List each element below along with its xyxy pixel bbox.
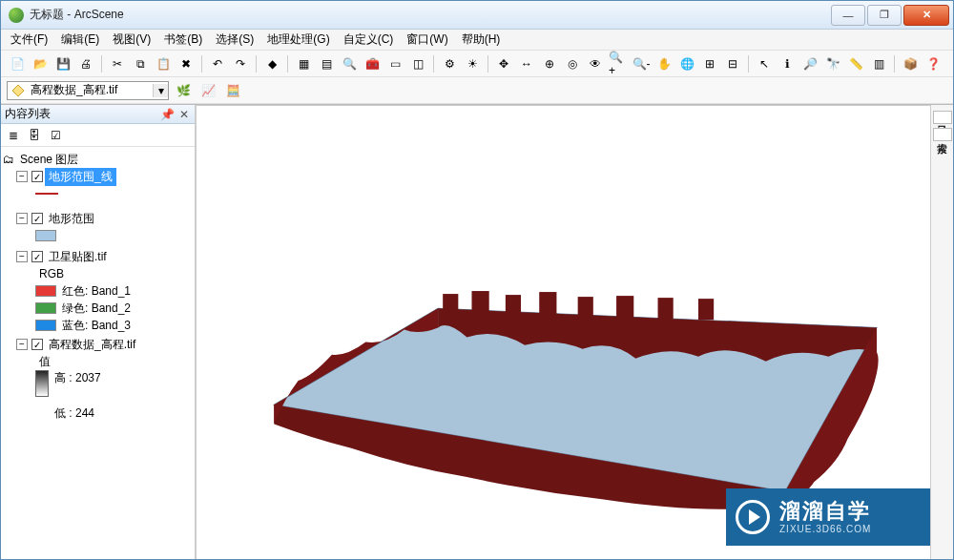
search-window-icon[interactable]: 🔍: [339, 53, 360, 74]
menu-window[interactable]: 窗口(W): [406, 31, 447, 48]
checkbox-icon[interactable]: [31, 171, 43, 182]
window-buttons-group: — ❐ ✕: [831, 5, 949, 26]
print-icon[interactable]: 🖨: [75, 53, 96, 74]
collapse-icon[interactable]: −: [16, 171, 28, 182]
toc-panel: 内容列表 📌 ✕ ≣ 🗄 ☑ 🗂 Scene 图层 − 地形范围_线: [1, 105, 196, 559]
checkbox-icon[interactable]: [31, 251, 43, 262]
collapse-icon[interactable]: −: [16, 213, 28, 224]
open-icon[interactable]: 📂: [30, 53, 51, 74]
lighting-icon[interactable]: ☀: [462, 53, 483, 74]
paste-icon[interactable]: 📋: [153, 53, 174, 74]
toc-icon[interactable]: ▦: [293, 53, 314, 74]
save-icon[interactable]: 💾: [52, 53, 73, 74]
separator: [748, 55, 749, 73]
zoom-out-icon[interactable]: 🔍-: [631, 53, 652, 74]
collapse-icon[interactable]: −: [16, 251, 28, 262]
separator: [101, 55, 102, 73]
layer-combo[interactable]: ▾: [7, 81, 169, 100]
list-by-drawing-order-icon[interactable]: ≣: [5, 127, 22, 144]
select-icon[interactable]: ↖: [754, 53, 775, 74]
side-tab-catalog[interactable]: 目录: [933, 111, 952, 124]
layer-name-input[interactable]: [29, 82, 153, 99]
menu-file[interactable]: 文件(F): [10, 31, 48, 48]
add-data-icon[interactable]: ◆: [261, 53, 282, 74]
menu-edit[interactable]: 编辑(E): [61, 31, 99, 48]
band2-label: 绿色: Band_2: [58, 300, 135, 318]
modelbuilder-icon[interactable]: ◫: [407, 53, 428, 74]
scene-props-icon[interactable]: ⚙: [439, 53, 460, 74]
layer3-label: 卫星贴图.tif: [45, 248, 111, 266]
separator: [201, 55, 202, 73]
menu-help[interactable]: 帮助(H): [462, 31, 501, 48]
cut-icon[interactable]: ✂: [107, 53, 128, 74]
app-icon: [9, 8, 24, 23]
measure-icon[interactable]: 📏: [845, 53, 866, 74]
sa-tool1-icon[interactable]: 🌿: [173, 80, 194, 101]
observer-icon[interactable]: 👁: [585, 53, 606, 74]
watermark: 溜溜自学 ZIXUE.3D66.COM: [726, 488, 930, 546]
minimize-button[interactable]: —: [831, 5, 865, 26]
zoom-in-icon[interactable]: 🔍+: [608, 53, 629, 74]
toc-close-icon[interactable]: ✕: [177, 108, 191, 121]
full-extent-icon[interactable]: 🌐: [676, 53, 697, 74]
toolbox-icon[interactable]: 🧰: [362, 53, 383, 74]
right-side-panel: 目录 搜索: [930, 105, 953, 559]
help-icon[interactable]: ❓: [923, 53, 944, 74]
target-icon[interactable]: ◎: [562, 53, 583, 74]
watermark-sub: ZIXUE.3D66.COM: [779, 524, 871, 534]
dropdown-icon[interactable]: ▾: [153, 84, 168, 97]
list-by-source-icon[interactable]: 🗄: [26, 127, 43, 144]
root-label: Scene 图层: [16, 151, 82, 169]
undo-icon[interactable]: ↶: [207, 53, 228, 74]
find-features-icon[interactable]: 🔭: [822, 53, 843, 74]
band-red-swatch: [35, 285, 56, 297]
sa-tool3-icon[interactable]: 🧮: [222, 80, 243, 101]
identify-icon[interactable]: ℹ: [777, 53, 798, 74]
svg-rect-7: [616, 296, 633, 319]
svg-rect-3: [471, 291, 488, 315]
app-window: 无标题 - ArcScene — ❐ ✕ 文件(F) 编辑(E) 视图(V) 书…: [0, 0, 954, 560]
layer1-symbol-row: [35, 185, 193, 202]
sa-tool2-icon[interactable]: 📈: [197, 80, 218, 101]
value-label: 值: [35, 353, 54, 371]
zoom-in-fixed-icon[interactable]: ⊞: [699, 53, 720, 74]
scene-viewport[interactable]: 溜溜自学 ZIXUE.3D66.COM: [196, 105, 930, 559]
toolbox2-icon[interactable]: 📦: [900, 53, 921, 74]
checkbox-icon[interactable]: [31, 339, 43, 350]
tree-layer-4[interactable]: − 高程数据_高程.tif: [16, 336, 193, 353]
side-tab-search[interactable]: 搜索: [933, 128, 952, 141]
fly-icon[interactable]: ↔: [516, 53, 537, 74]
python-icon[interactable]: ▭: [384, 53, 405, 74]
pin-icon[interactable]: 📌: [160, 108, 174, 121]
checkbox-icon[interactable]: [31, 213, 43, 224]
separator: [487, 55, 488, 73]
close-button[interactable]: ✕: [903, 5, 949, 26]
menu-view[interactable]: 视图(V): [113, 31, 151, 48]
tree-root[interactable]: 🗂 Scene 图层: [3, 151, 193, 168]
tree-layer-2[interactable]: − 地形范围: [16, 210, 193, 227]
svg-rect-9: [698, 299, 714, 320]
new-icon[interactable]: 📄: [7, 53, 28, 74]
catalog-icon[interactable]: ▤: [316, 53, 337, 74]
tree-layer-3[interactable]: − 卫星贴图.tif: [16, 248, 193, 265]
svg-rect-6: [578, 297, 593, 318]
menu-geoprocessing[interactable]: 地理处理(G): [267, 31, 329, 48]
copy-icon[interactable]: ⧉: [130, 53, 151, 74]
layer2-label: 地形范围: [45, 210, 98, 228]
center-icon[interactable]: ⊕: [539, 53, 560, 74]
menu-customize[interactable]: 自定义(C): [343, 31, 394, 48]
tree-layer-1[interactable]: − 地形范围_线: [16, 168, 193, 185]
list-by-selection-icon[interactable]: ☑: [47, 127, 64, 144]
window-title: 无标题 - ArcScene: [30, 7, 831, 23]
collapse-icon[interactable]: −: [16, 339, 28, 350]
redo-icon[interactable]: ↷: [230, 53, 251, 74]
delete-icon[interactable]: ✖: [176, 53, 197, 74]
find-icon[interactable]: 🔎: [799, 53, 820, 74]
swipe-icon[interactable]: ▥: [868, 53, 889, 74]
menu-selection[interactable]: 选择(S): [216, 31, 254, 48]
maximize-button[interactable]: ❐: [867, 5, 902, 26]
menu-bookmarks[interactable]: 书签(B): [164, 31, 202, 48]
zoom-out-fixed-icon[interactable]: ⊟: [722, 53, 743, 74]
navigate-icon[interactable]: ✥: [493, 53, 514, 74]
pan-icon[interactable]: ✋: [653, 53, 674, 74]
